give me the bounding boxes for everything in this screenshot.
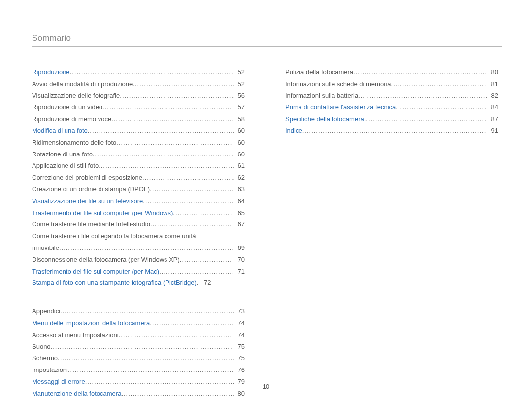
toc-columns: Riproduzione52Avvio della modalità di ri… xyxy=(32,67,502,401)
toc-label: Pulizia della fotocamera xyxy=(285,67,353,78)
toc-label: Avvio della modalità di riproduzione xyxy=(32,79,133,90)
toc-entry[interactable]: Accesso al menu Impostazioni74 xyxy=(32,330,245,340)
toc-label: Visualizzazione dei file su un televisor… xyxy=(32,196,143,207)
toc-page: 57 xyxy=(234,102,245,113)
toc-leader xyxy=(391,79,487,90)
toc-page: 70 xyxy=(234,255,245,265)
toc-page: 52 xyxy=(234,67,245,78)
toc-leader xyxy=(93,150,234,160)
toc-page: 58 xyxy=(234,114,245,124)
toc-entry[interactable]: Appendici73 xyxy=(32,307,245,317)
toc-label: Specifiche della fotocamera xyxy=(285,114,364,124)
toc-page: 74 xyxy=(234,330,245,340)
toc-entry[interactable]: Trasferimento dei file sul computer (per… xyxy=(32,267,245,277)
toc-label: Riproduzione di un video xyxy=(32,102,102,113)
toc-leader xyxy=(180,255,234,265)
toc-entry[interactable]: Menu delle impostazioni della fotocamera… xyxy=(32,318,245,329)
toc-leader xyxy=(119,330,234,340)
toc-page: 91 xyxy=(487,126,498,136)
toc-label: Prima di contattare l'assistenza tecnica xyxy=(285,102,396,113)
toc-leader xyxy=(159,267,233,277)
toc-leader xyxy=(133,79,233,90)
toc-leader xyxy=(142,173,234,183)
toc-entry[interactable]: Modifica di una foto60 xyxy=(32,126,245,136)
toc-page: 63 xyxy=(234,185,245,195)
toc-entry[interactable]: Riproduzione di un video57 xyxy=(32,102,245,113)
toc-page: 62 xyxy=(234,173,245,183)
toc-entry[interactable]: Visualizzazione delle fotografie56 xyxy=(32,91,245,101)
toc-label: rimovibile xyxy=(32,243,59,253)
toc-entry[interactable]: Come trasferire i file collegando la fot… xyxy=(32,231,245,242)
toc-leader xyxy=(60,307,233,317)
toc-page: 71 xyxy=(234,267,245,277)
toc-page: 65 xyxy=(234,208,245,218)
toc-leader xyxy=(59,243,234,253)
toc-label: Informazioni sulle schede di memoria xyxy=(285,79,391,90)
toc-entry[interactable]: Trasferimento dei file sul computer (per… xyxy=(32,208,245,218)
toc-label: Come trasferire file mediante Intelli-st… xyxy=(32,219,150,230)
toc-leader xyxy=(51,342,234,352)
toc-page: 75 xyxy=(234,342,245,352)
toc-page: 60 xyxy=(234,138,245,148)
toc-page: 87 xyxy=(487,114,498,124)
toc-page: 61 xyxy=(234,161,245,171)
toc-entry[interactable]: Prima di contattare l'assistenza tecnica… xyxy=(285,102,498,113)
toc-page: 80 xyxy=(487,67,498,78)
toc-label: Trasferimento dei file sul computer (per… xyxy=(32,208,173,218)
toc-label: Accesso al menu Impostazioni xyxy=(32,330,119,340)
toc-leader xyxy=(358,91,487,101)
toc-entry[interactable]: Suono75 xyxy=(32,342,245,352)
toc-page: 56 xyxy=(234,91,245,101)
toc-entry[interactable]: Correzione dei problemi di esposizione62 xyxy=(32,173,245,183)
toc-label: Creazione di un ordine di stampa (DPOF) xyxy=(32,185,150,195)
toc-label: Trasferimento dei file sul computer (per… xyxy=(32,267,159,277)
toc-leader xyxy=(302,126,487,136)
toc-label: Modifica di una foto xyxy=(32,126,88,136)
toc-leader: .. xyxy=(197,278,200,288)
toc-leader xyxy=(58,353,234,364)
toc-label: Suono xyxy=(32,342,51,352)
toc-column-left: Riproduzione52Avvio della modalità di ri… xyxy=(32,67,245,401)
toc-entry[interactable]: Rotazione di una foto60 xyxy=(32,150,245,160)
toc-leader xyxy=(396,102,487,113)
toc-entry[interactable]: Informazioni sulle schede di memoria81 xyxy=(285,79,498,90)
toc-leader xyxy=(150,185,233,195)
toc-page: 69 xyxy=(234,243,245,253)
toc-leader xyxy=(68,365,234,375)
toc-entry[interactable]: Riproduzione di memo voce58 xyxy=(32,114,245,124)
toc-entry[interactable]: Ridimensionamento delle foto60 xyxy=(32,138,245,148)
toc-spacer xyxy=(32,290,245,307)
toc-page: 64 xyxy=(234,196,245,207)
toc-leader xyxy=(99,161,233,171)
toc-entry[interactable]: rimovibile69 xyxy=(32,243,245,253)
toc-entry[interactable]: Disconnessione della fotocamera (per Win… xyxy=(32,255,245,265)
toc-entry[interactable]: Impostazioni76 xyxy=(32,365,245,375)
toc-leader xyxy=(111,114,233,124)
toc-leader xyxy=(88,126,234,136)
toc-label: Riproduzione di memo voce xyxy=(32,114,111,124)
toc-page: 60 xyxy=(234,126,245,136)
toc-entry[interactable]: Riproduzione52 xyxy=(32,67,245,78)
toc-label: Indice xyxy=(285,126,302,136)
toc-entry[interactable]: Informazioni sulla batteria82 xyxy=(285,91,498,101)
toc-entry[interactable]: Pulizia della fotocamera80 xyxy=(285,67,498,78)
toc-label: Ridimensionamento delle foto xyxy=(32,138,116,148)
toc-entry[interactable]: Avvio della modalità di riproduzione52 xyxy=(32,79,245,90)
toc-entry[interactable]: Applicazione di stili foto61 xyxy=(32,161,245,171)
toc-leader xyxy=(150,318,233,329)
toc-entry[interactable]: Come trasferire file mediante Intelli-st… xyxy=(32,219,245,230)
toc-page: 67 xyxy=(234,219,245,230)
toc-label: Riproduzione xyxy=(32,67,70,78)
toc-entry[interactable]: Specifiche della fotocamera87 xyxy=(285,114,498,124)
toc-entry[interactable]: Visualizzazione dei file su un televisor… xyxy=(32,196,245,207)
toc-page: 74 xyxy=(234,318,245,329)
toc-entry[interactable]: Schermo75 xyxy=(32,353,245,364)
toc-label: Visualizzazione delle fotografie xyxy=(32,91,120,101)
toc-label: Schermo xyxy=(32,353,58,364)
toc-entry[interactable]: Indice91 xyxy=(285,126,498,136)
toc-label: Correzione dei problemi di esposizione xyxy=(32,173,142,183)
toc-entry[interactable]: Creazione di un ordine di stampa (DPOF)6… xyxy=(32,185,245,195)
toc-page: 75 xyxy=(234,353,245,364)
page-title: Sommario xyxy=(32,33,502,47)
toc-entry[interactable]: Stampa di foto con una stampante fotogra… xyxy=(32,278,245,288)
